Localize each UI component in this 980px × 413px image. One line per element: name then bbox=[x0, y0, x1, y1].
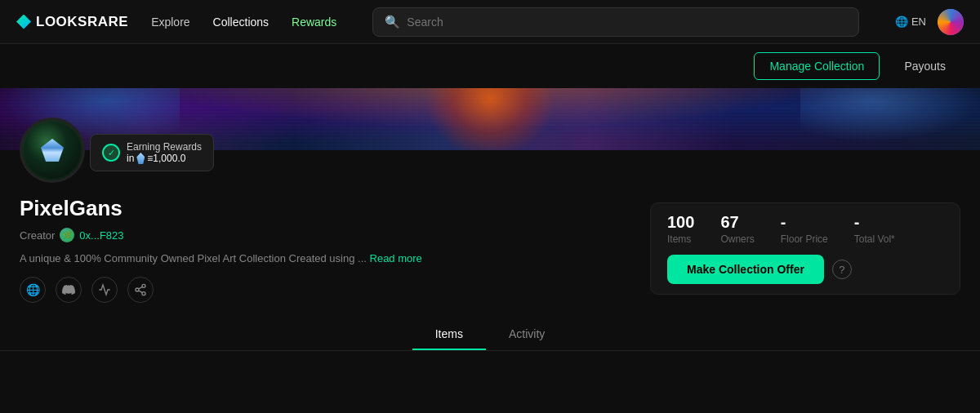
description-text: A unique & 100% Community Owned Pixel Ar… bbox=[20, 252, 367, 264]
discord-icon[interactable] bbox=[56, 277, 82, 303]
svg-line-3 bbox=[139, 291, 143, 293]
globe-social-icon[interactable]: 🌐 bbox=[20, 277, 46, 303]
stats-row: 100 Items 67 Owners - Floor Price - bbox=[667, 213, 943, 245]
globe-nav-icon: 🌐 bbox=[895, 16, 908, 28]
owners-label: Owners bbox=[720, 233, 754, 245]
stat-floor: - Floor Price bbox=[781, 213, 828, 245]
eth-small-icon bbox=[136, 153, 145, 164]
action-bar: Manage Collection Payouts bbox=[0, 44, 980, 88]
read-more-link[interactable]: Read more bbox=[370, 252, 422, 264]
collection-avatar bbox=[20, 118, 85, 183]
svg-point-1 bbox=[136, 288, 139, 291]
rewards-in-label: in bbox=[127, 153, 134, 164]
creator-address[interactable]: 0x...F823 bbox=[79, 229, 123, 242]
rewards-value: in ≡1,000.0 bbox=[127, 153, 202, 164]
rewards-badge: ✓ Earning Rewards in ≡1,000.0 bbox=[90, 134, 214, 171]
logo-diamond-icon bbox=[16, 15, 31, 29]
stat-items: 100 Items bbox=[667, 213, 694, 245]
collection-left: PixelGans Creator 🌿 0x...F823 A unique &… bbox=[20, 189, 630, 303]
collection-description: A unique & 100% Community Owned Pixel Ar… bbox=[20, 251, 630, 267]
payouts-button[interactable]: Payouts bbox=[889, 53, 960, 79]
stat-vol: - Total Vol* bbox=[854, 213, 895, 245]
stat-owners: 67 Owners bbox=[720, 213, 754, 245]
svg-point-2 bbox=[142, 291, 145, 295]
search-bar: 🔍 bbox=[372, 7, 859, 37]
items-label: Items bbox=[667, 233, 694, 245]
collection-name: PixelGans bbox=[20, 196, 630, 221]
search-icon: 🔍 bbox=[385, 15, 400, 29]
offer-row: Make Collection Offer ? bbox=[667, 255, 943, 284]
lang-button[interactable]: 🌐 EN bbox=[895, 16, 926, 28]
stats-panel: 100 Items 67 Owners - Floor Price - bbox=[650, 202, 960, 295]
nav-rewards[interactable]: Rewards bbox=[292, 12, 336, 32]
logo-text: LOOKSRARE bbox=[36, 14, 128, 30]
nav-collections[interactable]: Collections bbox=[213, 12, 269, 32]
chart-social-icon[interactable] bbox=[91, 277, 118, 303]
owners-value: 67 bbox=[720, 213, 754, 232]
page-wrapper: LOOKSRARE Explore Collections Rewards 🔍 … bbox=[0, 0, 980, 413]
floor-value: - bbox=[781, 213, 828, 232]
tab-items[interactable]: Items bbox=[412, 319, 486, 350]
collection-avatar-inner bbox=[24, 122, 81, 179]
svg-point-0 bbox=[142, 284, 145, 287]
lang-label: EN bbox=[911, 16, 926, 28]
rewards-check-icon: ✓ bbox=[102, 144, 120, 162]
social-icons: 🌐 bbox=[20, 277, 630, 303]
creator-badge-icon: 🌿 bbox=[60, 228, 74, 242]
vol-value: - bbox=[854, 213, 895, 232]
collection-profile: ✓ Earning Rewards in ≡1,000.0 PixelGans bbox=[0, 150, 980, 313]
search-input[interactable] bbox=[407, 16, 847, 29]
vol-label: Total Vol* bbox=[854, 233, 895, 245]
svg-line-4 bbox=[139, 286, 143, 289]
share-icon[interactable] bbox=[127, 277, 154, 303]
creator-row: Creator 🌿 0x...F823 bbox=[20, 228, 630, 242]
tab-activity[interactable]: Activity bbox=[486, 319, 568, 350]
collection-info: PixelGans Creator 🌿 0x...F823 A unique &… bbox=[20, 189, 960, 303]
eth-diamond-icon bbox=[41, 139, 64, 162]
rewards-text: Earning Rewards in ≡1,000.0 bbox=[127, 141, 202, 164]
logo[interactable]: LOOKSRARE bbox=[16, 14, 128, 30]
help-icon[interactable]: ? bbox=[832, 260, 852, 279]
floor-label: Floor Price bbox=[781, 233, 828, 245]
user-avatar[interactable] bbox=[938, 9, 964, 35]
nav-right: 🌐 EN bbox=[895, 9, 964, 35]
tabs-bar: Items Activity bbox=[0, 319, 980, 351]
rewards-amount: ≡1,000.0 bbox=[147, 153, 185, 164]
avatar-image bbox=[938, 9, 964, 35]
items-value: 100 bbox=[667, 213, 694, 232]
manage-collection-button[interactable]: Manage Collection bbox=[754, 52, 880, 80]
content-area: Manage Collection Payouts ✓ bbox=[0, 44, 980, 413]
make-collection-offer-button[interactable]: Make Collection Offer bbox=[667, 255, 824, 284]
creator-label: Creator bbox=[20, 229, 55, 242]
rewards-label: Earning Rewards bbox=[127, 141, 202, 153]
navbar: LOOKSRARE Explore Collections Rewards 🔍 … bbox=[0, 0, 980, 44]
nav-explore[interactable]: Explore bbox=[151, 12, 189, 32]
